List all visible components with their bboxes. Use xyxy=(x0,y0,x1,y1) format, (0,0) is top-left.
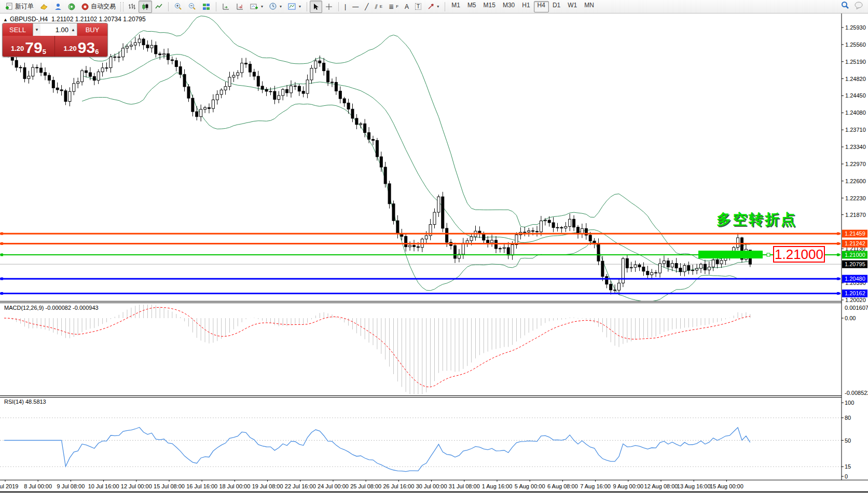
candle-body xyxy=(175,61,177,67)
candle-body xyxy=(331,82,334,83)
candle-body xyxy=(200,109,202,117)
candle-body xyxy=(134,43,136,45)
collapse-arrow-icon[interactable]: ▲ xyxy=(3,17,8,22)
mt4-window: 新订单 自动交易 xyxy=(0,0,868,493)
buy-price-sup: 6 xyxy=(95,48,99,56)
candle-body xyxy=(442,197,444,228)
price-tick-label: 1.22230 xyxy=(845,195,866,201)
candle-body xyxy=(683,266,686,272)
candle-body xyxy=(716,260,719,264)
chart-annotation-text[interactable]: 多空转折点 xyxy=(717,210,797,229)
candle-body xyxy=(298,86,300,91)
price-tick-label: 1.24820 xyxy=(845,76,866,82)
candle-body xyxy=(511,244,514,255)
line-anchor[interactable] xyxy=(837,253,839,256)
chart-ohlc-values: 1.21102 1.21102 1.20734 1.20795 xyxy=(51,16,146,23)
candle-body xyxy=(208,107,211,108)
candle-body xyxy=(171,60,173,61)
candle-body xyxy=(163,53,166,54)
level-price-tag: 1.21459 xyxy=(842,230,867,238)
candle-body xyxy=(507,248,509,255)
time-label: 5 Aug 00:00 xyxy=(515,483,545,489)
rsi-value: 48.5813 xyxy=(25,399,46,405)
candle-body xyxy=(306,80,309,93)
candle-body xyxy=(548,220,550,223)
candle-body xyxy=(528,231,530,232)
candle-body xyxy=(179,66,182,74)
candle-body xyxy=(417,246,419,248)
line-anchor[interactable] xyxy=(837,292,839,295)
candle-body xyxy=(364,124,366,132)
candle-body xyxy=(273,91,276,99)
connector-anchor[interactable] xyxy=(767,253,770,256)
highlight-rectangle[interactable] xyxy=(698,251,763,258)
svg-text:1.20795: 1.20795 xyxy=(845,261,865,267)
line-anchor[interactable] xyxy=(837,278,839,280)
candle-body xyxy=(462,243,464,254)
candle-body xyxy=(232,75,235,77)
candle-body xyxy=(569,219,571,226)
time-label: 16 Jul 16:00 xyxy=(186,483,217,489)
line-anchor[interactable] xyxy=(1,242,3,245)
candle-body xyxy=(540,221,542,232)
candle-body xyxy=(261,86,264,89)
candle-body xyxy=(241,63,243,73)
candle-body xyxy=(601,261,604,277)
candle-body xyxy=(589,235,591,241)
candle-body xyxy=(372,140,375,141)
volume-up-button[interactable]: ▲ xyxy=(70,23,77,36)
volume-input[interactable] xyxy=(40,25,70,34)
price-chart[interactable]: 1.259301.255601.251901.248201.244501.240… xyxy=(0,0,868,493)
rsi-axis-label: 15 xyxy=(845,463,851,470)
candle-body xyxy=(671,263,673,267)
time-label: 8 Jul 00:00 xyxy=(24,483,52,489)
candle-body xyxy=(655,272,657,273)
time-label: 9 Aug 00:00 xyxy=(613,483,643,489)
candle-body xyxy=(384,167,387,184)
candle-body xyxy=(642,267,645,271)
line-anchor[interactable] xyxy=(837,232,839,235)
candle-body xyxy=(265,89,268,91)
candle-body xyxy=(19,67,22,68)
candle-body xyxy=(146,45,149,48)
line-anchor[interactable] xyxy=(1,253,3,256)
candle-body xyxy=(302,91,305,93)
candle-body xyxy=(503,248,505,249)
candle-body xyxy=(114,57,116,58)
candle-body xyxy=(15,60,18,67)
candle-body xyxy=(249,64,252,72)
time-label: 9 Jul 08:00 xyxy=(57,483,85,489)
time-label: 18 Jul 00:00 xyxy=(219,483,250,489)
sell-button[interactable]: SELL xyxy=(3,23,33,36)
candle-body xyxy=(696,268,698,270)
candle-body xyxy=(220,90,223,94)
candle-body xyxy=(610,284,612,290)
time-label: 25 Jul 08:00 xyxy=(350,483,381,489)
candle-body xyxy=(286,89,288,93)
candle-body xyxy=(68,91,71,101)
level-price-tag: 1.21000 xyxy=(842,251,867,258)
line-anchor[interactable] xyxy=(1,232,3,235)
candle-body xyxy=(663,261,665,264)
candle-body xyxy=(216,94,218,100)
candle-body xyxy=(532,231,534,231)
buy-price[interactable]: 1.20 93 6 xyxy=(55,36,107,57)
sell-price-sup: 5 xyxy=(43,48,46,56)
line-anchor[interactable] xyxy=(1,278,3,280)
time-label: 22 Jul 16:00 xyxy=(285,483,316,489)
line-anchor[interactable] xyxy=(1,292,3,295)
candle-body xyxy=(413,245,416,246)
candle-body xyxy=(48,75,50,80)
candle-body xyxy=(630,267,632,268)
line-anchor[interactable] xyxy=(837,242,839,245)
level-price-tag: 1.21242 xyxy=(842,240,867,248)
sell-price[interactable]: 1.20 79 5 xyxy=(3,36,55,57)
buy-button[interactable]: BUY xyxy=(77,23,107,36)
price-callout-box[interactable]: 1.21000 xyxy=(773,246,825,263)
candle-body xyxy=(101,68,104,72)
candle-body xyxy=(191,98,194,112)
candle-body xyxy=(77,82,79,84)
time-label: 13 Aug 16:00 xyxy=(677,483,711,489)
volume-down-button[interactable]: ▼ xyxy=(33,23,40,36)
candle-body xyxy=(634,265,637,267)
